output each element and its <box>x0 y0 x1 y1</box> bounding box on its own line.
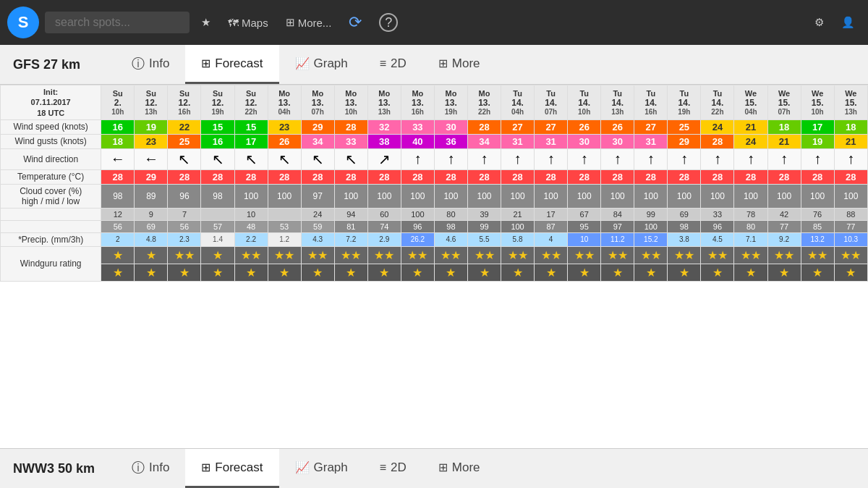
data-cell: 15 <box>234 119 268 134</box>
data-cell: 95 <box>568 220 601 232</box>
star-cell: ★ <box>401 264 434 281</box>
nww3-tab-bar: NWW3 50 km ⓘ Info ⊞ Forecast 📈 Graph ≡ 2… <box>0 448 868 488</box>
data-cell: 40 <box>401 134 434 148</box>
star-cell: ★★ <box>767 246 801 264</box>
maps-button[interactable]: 🗺 Maps <box>222 14 274 32</box>
logo-icon: S <box>18 13 29 32</box>
forecast-icon: ⊞ <box>201 56 210 70</box>
more-tab-label: More <box>452 56 480 71</box>
date-cell-16: Tu14.16h <box>634 85 668 120</box>
tab-info[interactable]: ⓘ Info <box>116 45 185 84</box>
bottom-tab-info[interactable]: ⓘ Info <box>116 449 185 488</box>
data-cell: 19 <box>135 119 168 134</box>
data-cell: ↑ <box>701 148 734 169</box>
date-cell-0: Su2.10h <box>101 85 135 120</box>
data-cell: 34 <box>467 134 501 148</box>
data-cell: 16 <box>101 119 135 134</box>
grid-icon: ⊞ <box>286 16 295 29</box>
data-cell: 4.5 <box>701 232 734 246</box>
star-cell: ★★ <box>834 246 867 264</box>
star-cell: ★ <box>601 264 634 281</box>
table-row: Wind direction←←↖↖↖↖↖↖↗↑↑↑↑↑↑↑↑↑↑↑↑↑↑ <box>1 148 868 169</box>
star-cell: ★★ <box>535 246 568 264</box>
data-cell: 28 <box>301 169 334 184</box>
data-cell: 26 <box>601 119 634 134</box>
data-cell: ↑ <box>501 148 535 169</box>
star-cell: ★ <box>767 264 801 281</box>
windguru-logo-btn[interactable]: ⟳ <box>343 10 367 35</box>
map-icon: 🗺 <box>228 17 239 29</box>
bottom-tab-2d[interactable]: ≡ 2D <box>364 449 422 488</box>
date-cell-6: Mo13.07h <box>301 85 334 120</box>
bottom-more-icon: ⊞ <box>438 460 448 474</box>
data-cell: 96 <box>168 184 201 208</box>
data-cell: 4 <box>535 232 568 246</box>
data-cell: 24 <box>734 134 767 148</box>
tab-more[interactable]: ⊞ More <box>422 45 496 84</box>
date-cell-11: Mo13.22h <box>467 85 501 120</box>
data-cell: 21 <box>834 134 867 148</box>
data-cell: 100 <box>834 184 867 208</box>
help-button[interactable]: ? <box>373 10 404 35</box>
data-cell: 57 <box>201 220 234 232</box>
date-cell-8: Mo13.13h <box>367 85 401 120</box>
app-logo: S <box>7 7 39 38</box>
data-cell: 26 <box>268 134 301 148</box>
gfs-tab-bar: GFS 27 km ⓘ Info ⊞ Forecast 📈 Graph ≡ 2D… <box>0 45 868 85</box>
data-cell: 28 <box>734 169 767 184</box>
user-icon: 👤 <box>841 16 855 29</box>
settings-button[interactable]: ⚙ <box>809 13 830 32</box>
data-cell: 77 <box>834 220 867 232</box>
data-cell: 78 <box>734 208 767 220</box>
data-cell: 27 <box>634 119 668 134</box>
data-cell: 100 <box>467 184 501 208</box>
data-cell: 10.3 <box>834 232 867 246</box>
bottom-2d-label: 2D <box>391 460 407 475</box>
data-cell: 97 <box>301 184 334 208</box>
row-label <box>1 208 101 220</box>
data-cell: 60 <box>367 208 401 220</box>
data-cell: 2.2 <box>234 232 268 246</box>
date-cell-20: We15.07h <box>767 85 801 120</box>
search-input[interactable] <box>45 12 190 33</box>
data-cell: 28 <box>701 134 734 148</box>
data-cell: 16 <box>201 134 234 148</box>
row-label <box>1 220 101 232</box>
data-cell: 76 <box>801 208 834 220</box>
model-title-gfs: GFS 27 km <box>0 45 116 84</box>
table-body: Wind speed (knots)1619221515232928323330… <box>1 119 868 281</box>
data-cell: ↖ <box>168 148 201 169</box>
bottom-tab-forecast[interactable]: ⊞ Forecast <box>185 449 278 488</box>
data-cell: 25 <box>668 119 701 134</box>
tab-2d[interactable]: ≡ 2D <box>364 45 422 84</box>
data-cell: 98 <box>201 184 234 208</box>
data-cell: 1.4 <box>201 232 234 246</box>
data-cell: 4.3 <box>301 232 334 246</box>
star-cell: ★★ <box>501 246 535 264</box>
date-cell-9: Mo13.16h <box>401 85 434 120</box>
date-cell-12: Tu14.04h <box>501 85 535 120</box>
bottom-tab-graph[interactable]: 📈 Graph <box>279 449 364 488</box>
maps-label: Maps <box>242 17 268 29</box>
bottom-tab-more[interactable]: ⊞ More <box>422 449 496 488</box>
star-cell: ★ <box>834 264 867 281</box>
user-button[interactable]: 👤 <box>835 13 861 32</box>
data-cell: 30 <box>601 134 634 148</box>
data-cell: 32 <box>367 119 401 134</box>
star-cell: ★★ <box>701 246 734 264</box>
data-cell: 26 <box>568 119 601 134</box>
tab-graph[interactable]: 📈 Graph <box>279 45 364 84</box>
row-label: Wind direction <box>1 148 101 169</box>
star-cell: ★ <box>135 264 168 281</box>
more-button[interactable]: ⊞ More... <box>280 13 338 32</box>
help-icon: ? <box>379 13 398 32</box>
data-cell: 28 <box>501 169 535 184</box>
data-cell: 29 <box>301 119 334 134</box>
data-cell: 2 <box>101 232 135 246</box>
bottom-graph-label: Graph <box>314 460 348 475</box>
tab-forecast[interactable]: ⊞ Forecast <box>185 45 278 84</box>
favorite-button[interactable]: ★ <box>195 13 216 32</box>
date-cell-19: We15.04h <box>734 85 767 120</box>
more-tab-icon: ⊞ <box>438 56 448 70</box>
2d-label: 2D <box>391 56 407 71</box>
